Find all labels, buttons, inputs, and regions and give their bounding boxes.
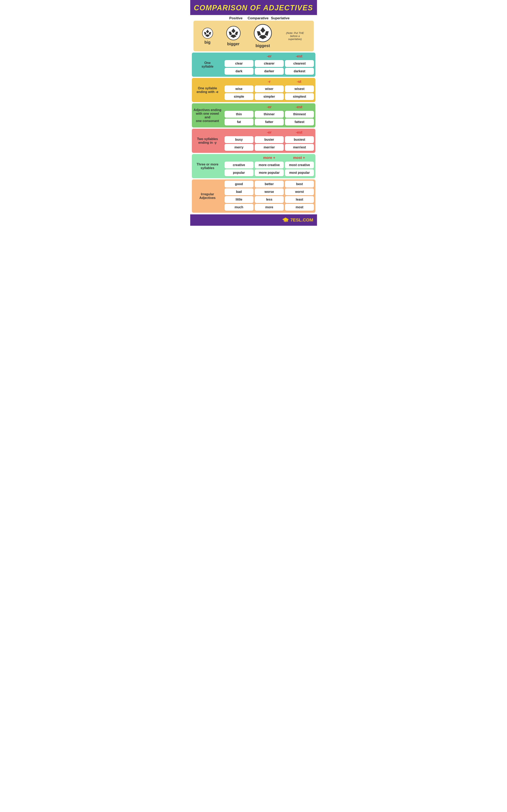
word-sup-3-0: busiest [285, 136, 314, 143]
word-sup-5-2: least [285, 196, 314, 203]
section-content-irregular: goodbetterbestbadworseworstlittlelesslea… [223, 180, 315, 213]
section-vowel-consonant: Adjectives ending with one vowel and one… [192, 103, 315, 128]
header-positive: Positive [225, 16, 247, 20]
section-label-three-syllable: Three or more syllables [192, 154, 223, 178]
suffix-row-three-syllable: more +most + [225, 155, 314, 161]
ball-large [254, 24, 272, 42]
word-pos-3-1: merry [225, 144, 253, 151]
title-bar: COMPARISON OF ADJECTIVES [190, 0, 317, 15]
table-row: simplesimplersimplest [225, 93, 314, 100]
word-sup-3-1: merriest [285, 144, 314, 151]
intro-superlative: biggest [254, 24, 272, 48]
word-sup-0-0: clearest [285, 60, 314, 67]
word-pos-0-0: clear [225, 60, 253, 67]
suffix-row-vowel-consonant: -er-est [225, 105, 314, 110]
suffix-sup-vowel-consonant: -est [284, 105, 314, 109]
intro-superlative-word: biggest [256, 43, 270, 48]
intro-positive-word: big [205, 40, 211, 45]
table-row: merrymerriermerriest [225, 144, 314, 151]
word-comp-0-0: clearer [255, 60, 284, 67]
section-irregular: Irregular Adjectivesgoodbetterbestbadwor… [192, 180, 315, 213]
table-row: creativemore creativemost creative [225, 162, 314, 168]
word-pos-3-0: busy [225, 136, 253, 143]
word-sup-0-1: darkest [285, 68, 314, 75]
word-comp-0-1: darker [255, 68, 284, 75]
section-three-syllable: Three or more syllablesmore +most +creat… [192, 154, 315, 178]
section-label-two-syllable-y: Two syllables ending in -y [192, 129, 223, 153]
word-sup-4-1: most popular [285, 169, 314, 176]
word-pos-1-0: wise [225, 86, 253, 92]
suffix-comp-two-syllable-y: -er [254, 130, 284, 135]
column-headers: Positive Comparative Superlative [192, 15, 315, 21]
word-pos-4-0: creative [225, 162, 253, 168]
word-comp-5-3: more [255, 204, 284, 211]
section-one-syllable-e: One syllable ending with -e-r-stwisewise… [192, 78, 315, 102]
table-row: popularmore popularmost popular [225, 169, 314, 176]
word-comp-2-1: fatter [255, 118, 284, 125]
word-pos-5-2: little [225, 196, 253, 203]
section-content-three-syllable: more +most +creativemore creativemost cr… [223, 154, 315, 178]
word-pos-5-1: bad [225, 188, 253, 195]
suffix-sup-one-syllable-e: -st [284, 80, 314, 84]
table-row: wisewiserwisest [225, 86, 314, 92]
word-comp-2-0: thinner [255, 111, 284, 118]
section-one-syllable: One syllable-er-estclearclearerclearestd… [192, 53, 315, 77]
suffix-row-two-syllable-y: -er-est [225, 130, 314, 136]
intro-comparative-word: bigger [227, 42, 239, 46]
word-comp-3-1: merrier [255, 144, 284, 151]
section-content-vowel-consonant: -er-estthinthinnerthinnestfatfatterfatte… [223, 103, 315, 128]
intro-positive: big [202, 28, 213, 45]
word-comp-1-0: wiser [255, 86, 284, 92]
intro-comparative: bigger [226, 26, 241, 46]
section-two-syllable-y: Two syllables ending in -y-er-estbusybus… [192, 129, 315, 153]
suffix-sup-two-syllable-y: -est [284, 130, 314, 135]
footer-7: 7 [290, 217, 293, 222]
word-pos-2-1: fat [225, 118, 253, 125]
word-comp-4-0: more creative [255, 162, 284, 168]
word-comp-3-0: busier [255, 136, 284, 143]
table-row: thinthinnerthinnest [225, 111, 314, 118]
word-comp-5-2: less [255, 196, 284, 203]
graduation-cap-icon [282, 216, 289, 224]
footer: 7ESL.COM [190, 214, 317, 226]
suffix-comp-three-syllable: more + [254, 156, 284, 160]
svg-point-10 [254, 24, 272, 42]
footer-text: 7ESL.COM [290, 217, 313, 223]
section-content-two-syllable-y: -er-estbusybusierbusiestmerrymerriermerr… [223, 129, 315, 153]
table-row: fatfatterfattest [225, 118, 314, 125]
suffix-sup-one-syllable: -est [284, 54, 314, 58]
word-sup-5-1: worst [285, 188, 314, 195]
suffix-comp-one-syllable: -er [254, 54, 284, 58]
word-pos-1-1: simple [225, 93, 253, 100]
suffix-comp-one-syllable-e: -r [254, 80, 284, 84]
ball-small [202, 28, 213, 39]
table-row: goodbetterbest [225, 181, 314, 188]
table-row: badworseworst [225, 188, 314, 195]
word-comp-5-1: worse [255, 188, 284, 195]
word-sup-1-0: wisest [285, 86, 314, 92]
word-pos-5-0: good [225, 181, 253, 188]
ball-medium [226, 26, 241, 40]
footer-esl: ESL.COM [293, 217, 313, 222]
table-row: clearclearerclearest [225, 60, 314, 67]
word-comp-5-0: better [255, 181, 284, 188]
table-row: muchmoremost [225, 204, 314, 211]
word-sup-2-1: fattest [285, 118, 314, 125]
intro-section: big bigger [193, 21, 314, 51]
word-sup-5-0: best [285, 181, 314, 188]
word-pos-4-1: popular [225, 169, 253, 176]
word-sup-4-0: most creative [285, 162, 314, 168]
word-pos-2-0: thin [225, 111, 253, 118]
table-row: busybusierbusiest [225, 136, 314, 143]
table-row: littlelessleast [225, 196, 314, 203]
sections-container: One syllable-er-estclearclearerclearestd… [192, 53, 315, 213]
suffix-comp-vowel-consonant: -er [254, 105, 284, 109]
intro-note: (Note: Put THE before a superlative) [285, 32, 305, 41]
section-label-irregular: Irregular Adjectives [192, 180, 223, 213]
section-label-one-syllable-e: One syllable ending with -e [192, 78, 223, 102]
word-comp-1-1: simpler [255, 93, 284, 100]
section-content-one-syllable: -er-estclearclearerclearestdarkdarkerdar… [223, 53, 315, 77]
section-label-one-syllable: One syllable [192, 53, 223, 77]
page-title: COMPARISON OF ADJECTIVES [192, 4, 315, 12]
suffix-row-one-syllable-e: -r-st [225, 79, 314, 85]
